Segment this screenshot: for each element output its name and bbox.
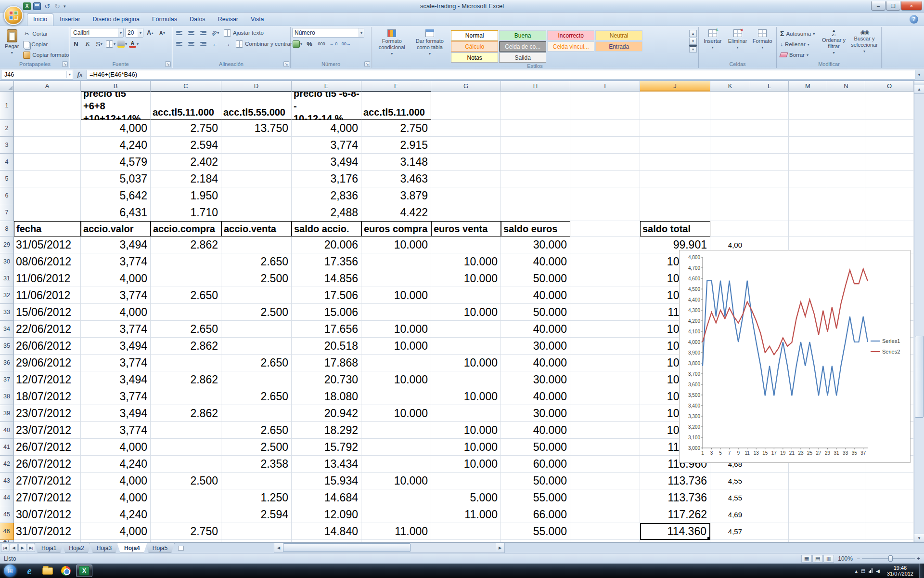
cell-B1[interactable]: precio tl5 +6+8 +10+12+14% [81,92,151,120]
row-header-30[interactable]: 30 [0,253,14,270]
cell-A44[interactable]: 27/07/2012 [14,489,81,506]
column-header-G[interactable]: G [431,81,501,92]
cell-I29[interactable] [570,236,640,253]
cell-A37[interactable]: 12/07/2012 [14,371,81,388]
normal-view-icon[interactable]: ▦ [801,555,812,563]
cell-O3[interactable] [865,137,914,154]
shrink-font-button[interactable]: A▾ [157,28,167,38]
cell-A34[interactable]: 22/06/2012 [14,321,81,338]
horizontal-scroll-thumb[interactable] [283,543,411,552]
cell-B33[interactable]: 4,000 [81,304,151,321]
cell-J43[interactable]: 113.736 [640,473,710,489]
cell-J1[interactable] [640,92,710,120]
insert-cells-button[interactable]: + Insertar▾ [700,28,725,51]
cell-H34[interactable]: 40.000 [501,321,570,338]
row-header-4[interactable]: 4 [0,154,14,171]
sheet-tab-hoja2[interactable]: Hoja2 [62,543,91,553]
format-as-table-button[interactable]: Dar formato como tabla▾ [411,28,449,58]
bold-button[interactable]: N [71,39,81,49]
cell-M5[interactable] [789,171,827,187]
cell-C30[interactable] [151,253,221,270]
zoom-out-icon[interactable]: − [857,555,860,562]
cell-E29[interactable]: 20.006 [292,236,361,253]
cell-A38[interactable]: 18/07/2012 [14,388,81,405]
cell-C47[interactable] [151,540,221,542]
fill-color-button[interactable]: ▾ [117,39,128,49]
cell-G5[interactable] [431,171,501,187]
cell-O8[interactable] [865,221,914,236]
ribbon-tab-insertar[interactable]: Insertar [53,13,86,26]
cell-M47[interactable] [789,540,827,542]
cell-N7[interactable] [827,204,865,221]
row-header-34[interactable]: 34 [0,321,14,338]
row-header-36[interactable]: 36 [0,355,14,371]
cell-A8[interactable]: fecha [14,221,81,236]
font-name-select[interactable]: Calibri▾ [71,28,124,38]
cell-E37[interactable]: 20.730 [292,371,361,388]
horizontal-scrollbar[interactable]: ◀ ▶ [274,543,505,553]
dialog-launcher-portapapeles[interactable]: ↘ [62,61,68,67]
cell-O45[interactable] [865,506,914,523]
cell-A42[interactable]: 26/07/2012 [14,456,81,473]
cell-A46[interactable]: 31/07/2012 [14,523,81,540]
cell-B47[interactable] [81,540,151,542]
cell-G3[interactable] [431,137,501,154]
cell-H3[interactable] [501,137,570,154]
cell-I35[interactable] [570,338,640,355]
cell-J5[interactable] [640,171,710,187]
cell-F8[interactable]: euros compra [361,221,431,236]
cell-L46[interactable] [750,523,789,540]
cell-H42[interactable]: 60.000 [501,456,570,473]
cell-B6[interactable]: 5,642 [81,187,151,204]
column-header-L[interactable]: L [750,81,789,92]
vertical-split-handle[interactable] [914,81,924,85]
column-header-O[interactable]: O [865,81,914,92]
cell-K7[interactable] [710,204,750,221]
cell-style-8[interactable]: Entrada [595,41,642,52]
cell-H46[interactable]: 55.000 [501,523,570,540]
cell-G7[interactable] [431,204,501,221]
cell-O1[interactable] [865,92,914,120]
cell-D46[interactable] [221,523,292,540]
cell-D4[interactable] [221,154,292,171]
delete-cells-button[interactable]: × Eliminar▾ [725,28,750,51]
cell-L3[interactable] [750,137,789,154]
cell-L2[interactable] [750,120,789,137]
row-header-46[interactable]: 46 [0,523,14,540]
zoom-level[interactable]: 100% [838,555,853,562]
cell-A35[interactable]: 26/06/2012 [14,338,81,355]
cell-I45[interactable] [570,506,640,523]
cell-H1[interactable] [501,92,570,120]
formula-input[interactable]: =H46+(E46*B46) [87,70,915,79]
sheet-tab-hoja4[interactable]: Hoja4 [117,543,147,553]
save-icon[interactable] [33,2,41,10]
font-color-button[interactable]: A▾ [128,39,139,49]
cell-L6[interactable] [750,187,789,204]
cell-L43[interactable] [750,473,789,489]
zoom-slider[interactable]: − + [857,555,920,562]
cell-style-10[interactable]: Salida [499,53,546,63]
column-header-F[interactable]: F [361,81,431,92]
cell-I44[interactable] [570,489,640,506]
cell-C4[interactable]: 2.402 [151,154,221,171]
cell-B7[interactable]: 6,431 [81,204,151,221]
cell-N44[interactable] [827,489,865,506]
cell-F40[interactable] [361,422,431,439]
cell-D37[interactable] [221,371,292,388]
cell-E34[interactable]: 17.656 [292,321,361,338]
undo-icon[interactable]: ↺ [43,2,51,10]
autosum-button[interactable]: ΣAutosuma▾ [778,29,819,39]
cell-style-4[interactable]: Neutral [595,30,642,40]
cell-A1[interactable] [14,92,81,120]
conditional-formatting-button[interactable]: Formato condicional▾ [373,28,411,58]
sheet-tab-hoja5[interactable]: Hoja5 [145,543,175,553]
row-header-31[interactable]: 31 [0,270,14,287]
copy-button[interactable]: Copiar [21,39,71,49]
cell-H32[interactable]: 40.000 [501,287,570,304]
excel-logo-icon[interactable]: X [23,2,31,10]
cell-L47[interactable] [750,540,789,542]
align-right-button[interactable] [198,39,208,49]
cell-F33[interactable] [361,304,431,321]
cell-B46[interactable]: 4,000 [81,523,151,540]
cell-E45[interactable]: 12.090 [292,506,361,523]
